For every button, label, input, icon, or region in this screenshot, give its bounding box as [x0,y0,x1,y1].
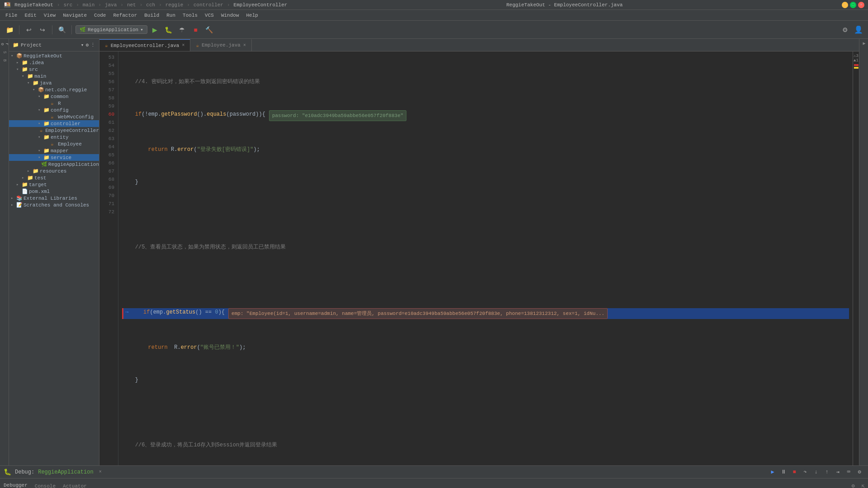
tree-item-entity[interactable]: ▾ 📁 entity [9,134,99,141]
tab-employee[interactable]: ☕ Employee.java × [190,39,251,51]
code-editor[interactable]: 53 54 55 56 57 58 59 60 61 62 63 64 65 6… [99,52,859,465]
tree-item-reggieapp[interactable]: 🌿 ReggieApplication [9,161,99,168]
debug-pause-btn[interactable]: ⏸ [778,467,788,477]
debug-step-into-btn[interactable]: ↓ [811,467,821,477]
run-button[interactable]: ▶ [149,24,161,36]
tab-close-2[interactable]: × [243,43,246,48]
maximize-button[interactable]: □ [850,2,856,8]
line-num-68: 68 [99,175,118,183]
line-num-60: 60 [99,110,118,118]
tree-item-scratches[interactable]: ▸ 📝 Scratches and Consoles [9,202,99,208]
coverage-button[interactable]: ☂ [176,24,188,36]
tree-item-common[interactable]: ▾ 📁 common [9,93,99,100]
stop-button[interactable]: ■ [190,24,202,36]
debug-resume-btn[interactable]: ▶ [768,467,778,477]
project-settings[interactable]: ⚙ [85,42,89,48]
code-line-62: } [122,376,849,384]
project-panel-toggle[interactable]: Proj [1,41,8,48]
debug-tab-debugger[interactable]: Debugger [0,481,31,488]
settings-button[interactable]: ⚙ [839,24,851,36]
menu-view[interactable]: View [40,12,59,19]
tree-item-employee[interactable]: ☕ Employee [9,141,99,147]
debug-step-out-btn[interactable]: ↑ [822,467,832,477]
debug-tab-console[interactable]: Console [31,482,59,488]
breadcrumb-java: java [105,2,117,8]
debug-step-over-btn[interactable]: ↷ [800,467,810,477]
tree-item-java[interactable]: ▾ 📁 java [9,80,99,86]
tree-item-package[interactable]: ▾ 📦 net.cch.reggie [9,86,99,93]
menu-help[interactable]: Help [243,12,262,19]
tree-item-service[interactable]: ▾ 📁 service [9,154,99,161]
tree-item-extlibs[interactable]: ▸ 📚 External Libraries [9,195,99,202]
error-stripe: ⚠3▲1 [853,52,859,465]
toolbar-undo-btn[interactable]: ↩ [23,24,35,36]
code-line-55: return R.error("登录失败[密码错误]"); [122,145,849,154]
tree-item-idea[interactable]: ▸ 📁 .idea [9,59,99,66]
debug-settings-btn[interactable]: ⚙ [854,467,864,477]
debug-tab-actuator[interactable]: Actuator [59,482,90,488]
build-button[interactable]: 🔨 [203,24,215,36]
menu-build[interactable]: Build [141,12,163,19]
structure-panel-toggle[interactable]: S [1,49,8,56]
tree-item-pom[interactable]: 📄 pom.xml [9,188,99,195]
menu-code[interactable]: Code [90,12,109,19]
project-gear2[interactable]: ⋮ [90,42,95,48]
toolbar-search-btn[interactable]: 🔍 [56,24,68,36]
line-num-57: 57 [99,86,118,94]
tree-item-reggietakeout[interactable]: ▾ 📦 ReggieTakeOut [9,52,99,59]
tree-item-main[interactable]: ▾ 📁 main [9,73,99,80]
line-num-64: 64 [99,143,118,151]
tree-item-controller[interactable]: ▾ 📁 controller [9,120,99,127]
debug-evaluate-btn[interactable]: ⌨ [844,467,854,477]
toolbar-redo-btn[interactable]: ↪ [37,24,48,36]
debug-button[interactable]: 🐛 [163,24,175,36]
tree-item-r[interactable]: ☕ R [9,100,99,107]
menu-run[interactable]: Run [163,12,179,19]
debug-close[interactable]: × [99,469,102,474]
close-button[interactable]: × [858,2,864,8]
line-num-65: 65 [99,151,118,159]
minimize-button[interactable]: − [842,2,848,8]
tab-close-1[interactable]: × [182,43,184,48]
debug-panel-expand[interactable]: ⇱ [858,481,868,488]
debug-icon: 🐛 [4,468,11,476]
tree-item-target[interactable]: ▸ 📁 target [9,181,99,188]
user-button[interactable]: 👤 [853,24,864,36]
debug-run-to-cursor-btn[interactable]: ⇥ [833,467,843,477]
tree-item-src[interactable]: ▾ 📁 src [9,66,99,73]
code-content[interactable]: //4. 密码比对，如果不一致则返回密码错误的结果 if(!emp.getPas… [118,52,853,465]
menu-window[interactable]: Window [217,12,243,19]
menu-refactor[interactable]: Refactor [109,12,141,19]
run-config-selector[interactable]: 🌿 ReggieApplication ▾ [75,25,147,34]
project-header[interactable]: 📁 Project ▾ ⚙ ⋮ [9,39,99,52]
toolbar-project-btn[interactable]: 📁 [4,24,15,36]
tree-item-employeecontroller[interactable]: ☕ EmployeeController [9,127,99,134]
tab-icon-2: ☕ [196,42,199,48]
code-line-56: } [122,178,849,186]
menu-file[interactable]: File [2,12,21,19]
tree-item-webmvc[interactable]: ☕ WebMvcConfig [9,113,99,120]
titlebar: 🍱 ReggieTakeOut › src › main › java › ne… [0,0,868,10]
menu-vcs[interactable]: VCS [201,12,217,19]
code-line-61: return R.error("账号已禁用！"); [122,343,849,352]
line-num-66: 66 [99,159,118,167]
menu-edit[interactable]: Edit [21,12,40,19]
menu-tools[interactable]: Tools [179,12,201,19]
debug-title: Debug: [15,469,34,475]
app-icon: 🍱 [4,1,11,9]
code-line-60: → if(emp.getStatus() == 0){ emp: "Employ… [122,308,849,319]
right-panel-icon[interactable]: ▶ [861,41,866,46]
tree-item-test[interactable]: ▸ 📁 test [9,174,99,181]
bookmarks-toggle[interactable]: B [1,57,8,64]
debug-panel-settings[interactable]: ⚙ [848,481,858,488]
debug-stop-btn[interactable]: ■ [789,467,799,477]
tree-item-resources[interactable]: ▸ 📁 resources [9,168,99,174]
tab-icon-1: ☕ [105,42,108,48]
tree-item-mapper[interactable]: ▾ 📁 mapper [9,147,99,154]
breadcrumb-reggie: reggie [165,2,184,8]
project-icon: 📁 [13,42,19,48]
titlebar-controls: − □ × [842,2,864,8]
tab-employeecontroller[interactable]: ☕ EmployeeController.java × [99,39,190,51]
menu-navigate[interactable]: Navigate [59,12,90,19]
tree-item-config[interactable]: ▾ 📁 config [9,107,99,113]
